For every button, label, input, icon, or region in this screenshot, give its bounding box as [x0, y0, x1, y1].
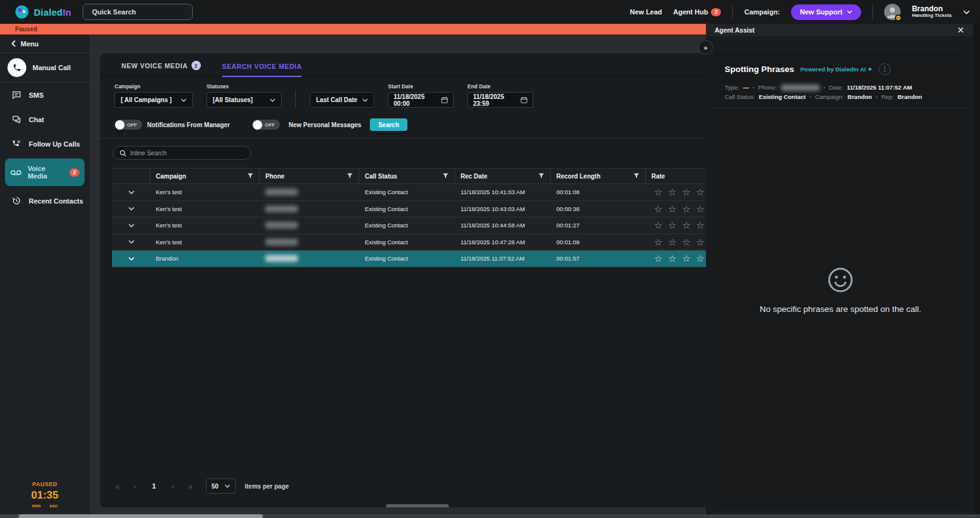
filter-icon[interactable]	[633, 173, 640, 179]
cell-rec-date: 11/18/2025 10:43:03 AM	[455, 205, 551, 212]
agent-hub-button[interactable]: Agent Hub 2	[673, 8, 722, 16]
end-date-input[interactable]: 11/18/2025 23:59	[467, 92, 533, 108]
new-voice-media-badge: 2	[191, 61, 201, 70]
search-button[interactable]: Search	[370, 118, 407, 131]
column-header-rec-date[interactable]: Rec Date	[455, 168, 551, 184]
star-icon[interactable]: ☆	[696, 220, 704, 230]
notifications-from-manager-label: Notifications From Manager	[147, 122, 230, 128]
sidebar-item-recent-contacts[interactable]: Recent Contacts	[0, 189, 89, 213]
chevron-down-icon	[181, 98, 186, 102]
inline-search-input[interactable]	[130, 150, 244, 157]
horizontal-scrollbar-track[interactable]	[0, 514, 980, 518]
menu-back-button[interactable]: Menu	[0, 34, 89, 53]
sidebar-item-voice-media[interactable]: Voice Media 2	[5, 158, 84, 186]
star-icon[interactable]: ☆	[696, 187, 704, 197]
cell-call-status: Existing Contact	[359, 255, 455, 262]
new-personal-messages-toggle[interactable]: OFF	[252, 120, 280, 130]
chevron-down-icon	[128, 190, 135, 194]
star-icon[interactable]: ☆	[654, 237, 662, 247]
page-size-select[interactable]: 50	[206, 479, 236, 494]
campaign-select-button[interactable]: New Support	[791, 4, 861, 20]
filter-icon[interactable]	[247, 173, 253, 179]
pause-timer: PAUSED 01:35 minsec	[0, 481, 89, 509]
chevron-down-icon	[128, 240, 135, 244]
star-icon[interactable]: ☆	[668, 187, 676, 197]
table-row[interactable]: Ken's test Existing Contact 11/18/2025 1…	[112, 184, 706, 201]
table-row-selected[interactable]: Brandon Existing Contact 11/18/2025 11:0…	[112, 251, 706, 267]
star-icon[interactable]: ☆	[654, 187, 662, 197]
table-row[interactable]: Ken's test Existing Contact 11/18/2025 1…	[112, 217, 706, 234]
tab-new-voice-media[interactable]: NEW VOICE MEDIA 2	[121, 61, 201, 77]
column-header-record-length[interactable]: Record Length	[551, 168, 646, 184]
calendar-icon[interactable]	[441, 96, 448, 103]
expand-row-button[interactable]	[112, 190, 150, 194]
star-icon[interactable]: ☆	[668, 254, 676, 263]
star-icon[interactable]: ☆	[682, 237, 690, 247]
first-page-button[interactable]: «	[112, 482, 123, 491]
expand-row-button[interactable]	[112, 207, 150, 210]
expand-panel-button[interactable]: »	[698, 40, 713, 54]
column-header-phone[interactable]: Phone	[260, 168, 359, 184]
cell-phone-redacted	[260, 189, 359, 195]
next-page-button[interactable]: ›	[167, 482, 178, 491]
current-page[interactable]: 1	[147, 482, 161, 490]
tab-search-voice-media[interactable]: SEARCH VOICE MEDIA	[222, 63, 302, 77]
chevron-down-icon	[128, 257, 135, 261]
agent-hub-badge: 2	[711, 8, 721, 16]
star-icon[interactable]: ☆	[654, 220, 662, 230]
calendar-icon[interactable]	[521, 96, 528, 103]
inline-search-box[interactable]	[113, 146, 251, 160]
expand-column-header	[112, 168, 150, 184]
column-header-call-status[interactable]: Call Status	[359, 168, 455, 184]
filter-icon[interactable]	[538, 173, 544, 179]
star-icon[interactable]: ☆	[696, 204, 704, 214]
new-lead-button[interactable]: New Lead	[630, 8, 661, 16]
star-icon[interactable]: ☆	[682, 254, 690, 263]
filter-icon[interactable]	[347, 173, 353, 179]
user-menu[interactable]: Brandon Handling Tickets	[912, 5, 952, 19]
filter-icon[interactable]	[442, 173, 449, 179]
user-menu-chevron-icon[interactable]	[963, 10, 970, 14]
previous-page-button[interactable]: ‹	[130, 482, 141, 491]
sms-icon	[10, 90, 23, 100]
notifications-from-manager-toggle[interactable]: OFF	[115, 120, 142, 130]
star-icon[interactable]: ☆	[654, 204, 662, 214]
star-icon[interactable]: ☆	[668, 220, 676, 230]
statuses-filter-select[interactable]: [All Statuses]	[207, 92, 282, 108]
sidebar-item-manual-call[interactable]: Manual Call	[0, 53, 89, 83]
cell-campaign: Brandon	[150, 255, 260, 262]
date-type-select[interactable]: Last Call Date	[310, 92, 374, 108]
close-icon[interactable]: ✕	[957, 26, 964, 34]
campaign-filter-select[interactable]: [ All Campaigns ]	[115, 92, 193, 108]
toggle-knob	[253, 120, 262, 130]
star-icon[interactable]: ☆	[696, 254, 704, 263]
cell-rating: ☆☆☆☆☆	[646, 254, 706, 263]
cell-call-status: Existing Contact	[359, 222, 455, 229]
quick-search-box[interactable]	[83, 4, 193, 20]
star-icon[interactable]: ☆	[668, 204, 676, 214]
horizontal-scrollbar-thumb[interactable]	[19, 514, 263, 518]
star-icon[interactable]: ☆	[654, 254, 662, 263]
last-page-button[interactable]: »	[185, 482, 196, 491]
chevron-down-icon	[270, 98, 275, 102]
expand-row-button[interactable]	[112, 240, 150, 244]
start-date-input[interactable]: 11/18/2025 00:00	[388, 92, 454, 108]
table-row[interactable]: Ken's test Existing Contact 11/18/2025 1…	[112, 201, 706, 218]
sidebar-item-follow-up-calls[interactable]: Follow Up Calls	[0, 132, 89, 156]
tab-bar: NEW VOICE MEDIA 2 SEARCH VOICE MEDIA	[100, 53, 706, 77]
table-row[interactable]: Ken's test Existing Contact 11/18/2025 1…	[112, 234, 706, 251]
star-icon[interactable]: ☆	[682, 187, 690, 197]
table-horizontal-scrollbar[interactable]	[386, 504, 449, 507]
star-icon[interactable]: ☆	[696, 237, 704, 247]
column-header-rate[interactable]: Rate	[646, 168, 706, 184]
star-icon[interactable]: ☆	[682, 220, 690, 230]
expand-row-button[interactable]	[112, 257, 150, 261]
sidebar-item-chat[interactable]: Chat	[0, 107, 89, 132]
star-icon[interactable]: ☆	[668, 237, 676, 247]
user-avatar[interactable]	[884, 4, 901, 20]
expand-row-button[interactable]	[112, 224, 150, 227]
star-icon[interactable]: ☆	[682, 204, 690, 214]
quick-search-input[interactable]	[92, 8, 188, 16]
sidebar-item-sms[interactable]: SMS	[0, 83, 89, 107]
column-header-campaign[interactable]: Campaign	[150, 168, 260, 184]
